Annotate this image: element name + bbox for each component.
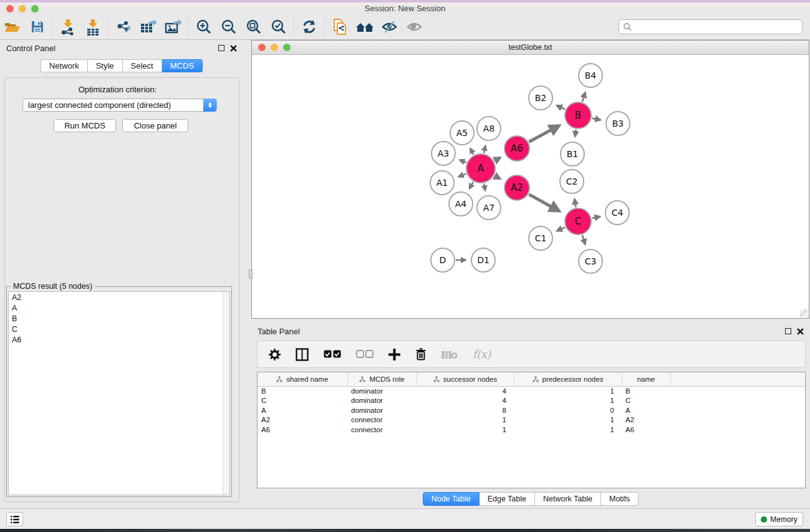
graph-edge-A-A7[interactable] [484, 183, 485, 190]
graph-edge-B-B2[interactable] [557, 105, 565, 109]
table-cell[interactable]: 0 [514, 405, 622, 415]
run-mcds-button[interactable]: Run MCDS [54, 119, 116, 132]
export-network-button[interactable] [111, 16, 136, 37]
result-item[interactable]: B [9, 313, 229, 324]
table-cell[interactable]: A [258, 405, 347, 415]
table-cell[interactable]: connector [347, 425, 417, 435]
column-header-predecessor-nodes[interactable]: predecessor nodes [514, 372, 622, 386]
table-cell[interactable]: 1 [514, 386, 622, 396]
graph-edge-C-C4[interactable] [592, 216, 600, 218]
open-file-button[interactable] [0, 16, 25, 37]
graph-edge-A-A1[interactable] [458, 174, 466, 177]
graph-edge-A6-B[interactable] [529, 125, 559, 142]
table-cell[interactable]: C [622, 396, 670, 406]
function-builder-fx[interactable]: f(x) [473, 348, 491, 360]
graph-edge-C-C1[interactable] [557, 227, 565, 231]
zoom-fit-button[interactable] [241, 16, 266, 37]
graph-edge-B-B3[interactable] [592, 118, 601, 120]
table-cell[interactable]: B [622, 386, 670, 396]
criterion-dropdown[interactable]: largest connected component (directed) [22, 99, 217, 112]
tab-node-table[interactable]: Node Table [423, 492, 480, 506]
table-cell[interactable]: C [258, 396, 347, 406]
save-session-button[interactable] [25, 16, 50, 37]
tab-style[interactable]: Style [88, 59, 123, 72]
table-cell[interactable]: connector [347, 415, 417, 425]
result-item[interactable]: A6 [9, 334, 229, 345]
graph-edge-A-A2[interactable] [494, 176, 500, 179]
table-cell[interactable]: 1 [417, 415, 514, 425]
task-history-button[interactable] [6, 512, 23, 526]
table-cell[interactable]: A6 [258, 425, 347, 435]
table-cell[interactable]: 4 [417, 396, 514, 406]
import-network-button[interactable] [55, 16, 80, 37]
close-panel-button[interactable]: Close panel [122, 119, 188, 132]
float-panel-icon[interactable] [218, 45, 224, 51]
delete-table-icon[interactable] [441, 349, 458, 359]
zoom-in-button[interactable] [191, 16, 216, 37]
tab-select[interactable]: Select [123, 59, 162, 72]
column-panel-icon[interactable] [296, 348, 309, 361]
graph-edge-A-A3[interactable] [460, 160, 466, 162]
mcds-result-list[interactable]: A2ABCA6 [8, 291, 230, 495]
table-cell[interactable]: A [622, 405, 670, 415]
graph-edge-C-C3[interactable] [582, 235, 586, 244]
table-settings-gear-icon[interactable] [269, 349, 281, 360]
graph-edge-A-A5[interactable] [470, 148, 473, 155]
table-row[interactable]: Bdominator41B [258, 386, 805, 396]
deselect-all-checkboxes-icon[interactable] [356, 350, 374, 359]
tab-network-table[interactable]: Network Table [535, 492, 601, 506]
table-cell[interactable]: A6 [622, 425, 670, 435]
tab-edge-table[interactable]: Edge Table [480, 492, 535, 506]
export-table-button[interactable] [136, 16, 161, 37]
refresh-button[interactable] [297, 16, 322, 37]
graph-edge-B-B1[interactable] [575, 130, 576, 137]
result-item[interactable]: C [9, 324, 229, 334]
table-cell[interactable]: A2 [622, 415, 670, 425]
graph-edge-B-B4[interactable] [582, 92, 586, 102]
result-item[interactable]: A2 [9, 292, 229, 302]
table-cell[interactable]: 1 [514, 396, 622, 406]
column-header-shared-name[interactable]: shared name [258, 372, 347, 386]
tab-network[interactable]: Network [41, 59, 88, 72]
search-input[interactable] [619, 19, 803, 34]
table-cell[interactable]: 1 [417, 425, 514, 435]
column-header-name[interactable]: name [622, 372, 670, 386]
resize-grip[interactable] [800, 309, 808, 317]
table-cell[interactable]: 1 [514, 425, 622, 435]
column-header-MCDS-role[interactable]: MCDS role [347, 372, 417, 386]
table-cell[interactable]: 8 [417, 405, 514, 415]
export-image-button[interactable] [161, 16, 186, 37]
table-cell[interactable]: dominator [347, 396, 417, 406]
copy-style-button[interactable] [327, 16, 352, 37]
graph-edge-A-A8[interactable] [484, 145, 485, 153]
table-cell[interactable]: A2 [258, 415, 347, 425]
table-cell[interactable]: B [258, 386, 347, 396]
zoom-selected-button[interactable] [266, 16, 291, 37]
zoom-out-button[interactable] [216, 16, 241, 37]
first-neighbors-button[interactable] [352, 16, 377, 37]
table-cell[interactable]: 4 [417, 386, 514, 396]
memory-button[interactable]: Memory [755, 512, 803, 526]
graph-edge-A-A4[interactable] [470, 182, 473, 189]
close-panel-icon[interactable] [230, 45, 237, 52]
table-cell[interactable]: 1 [514, 415, 622, 425]
table-cell[interactable]: dominator [347, 405, 417, 415]
table-row[interactable]: A6connector11A6 [258, 425, 805, 435]
table-cell[interactable]: dominator [347, 386, 417, 396]
result-scrollbar[interactable] [223, 292, 229, 495]
preview-button[interactable] [402, 16, 427, 37]
graph-edge-A-A6[interactable] [494, 158, 501, 161]
delete-trash-icon[interactable] [415, 348, 427, 360]
network-window-titlebar[interactable]: testGlobe.txt [252, 41, 809, 55]
column-header-successor-nodes[interactable]: successor nodes [417, 372, 514, 386]
close-panel-icon[interactable] [797, 328, 804, 335]
table-row[interactable]: A2connector11A2 [258, 415, 805, 425]
import-table-button[interactable] [80, 16, 105, 37]
tab-motifs[interactable]: Motifs [601, 492, 639, 506]
float-panel-icon[interactable] [785, 328, 791, 334]
select-all-checkboxes-icon[interactable] [324, 350, 341, 359]
graph-edge-A2-C[interactable] [529, 195, 559, 211]
table-row[interactable]: Adominator80A [258, 405, 805, 415]
splitter-handle[interactable] [249, 269, 253, 279]
add-column-plus-icon[interactable] [388, 349, 400, 360]
